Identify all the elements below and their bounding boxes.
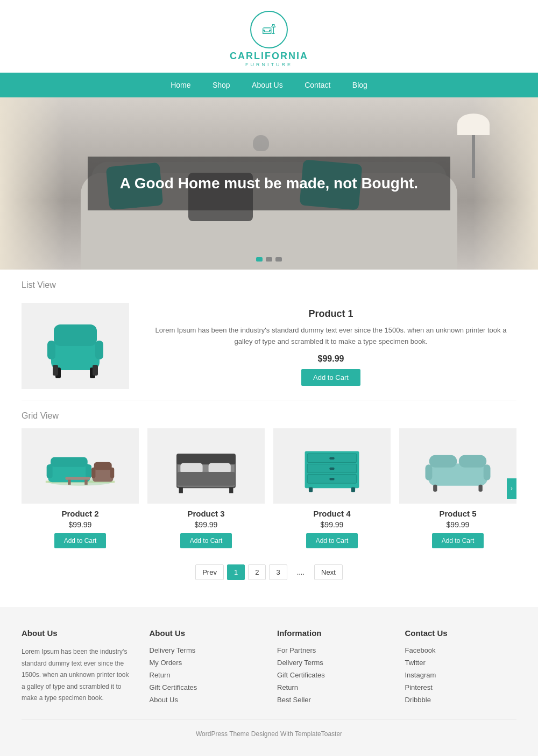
- svg-rect-16: [91, 468, 95, 478]
- footer-about-text: Lorem Ipsum has been the industry's stan…: [22, 646, 133, 704]
- grid-scroll-arrow[interactable]: ›: [507, 478, 516, 499]
- product1-title: Product 1: [145, 308, 516, 320]
- product5-add-to-cart[interactable]: Add to Cart: [432, 533, 484, 548]
- product5-title: Product 5: [399, 509, 516, 518]
- svg-rect-28: [229, 487, 233, 493]
- footer-link-return[interactable]: Return: [150, 671, 261, 679]
- sofa-icon: 🛋: [263, 22, 275, 37]
- footer-link-gift-certs2[interactable]: Gift Certificates: [277, 671, 389, 679]
- svg-rect-6: [53, 365, 58, 376]
- svg-rect-20: [84, 480, 88, 485]
- footer-col-about: About Us Lorem Ipsum has been the indust…: [22, 628, 133, 708]
- footer-contact-title: Contact Us: [405, 628, 517, 638]
- grid-item-4: Product 4 $99.99 Add to Cart: [273, 428, 391, 548]
- dot-1[interactable]: [256, 257, 263, 262]
- footer-links1-title: About Us: [150, 628, 261, 638]
- dot-2[interactable]: [266, 257, 272, 262]
- main-nav: Home Shop About Us Contact Blog: [0, 73, 538, 97]
- site-footer: About Us Lorem Ipsum has been the indust…: [0, 607, 538, 756]
- svg-rect-23: [176, 454, 236, 464]
- product3-add-to-cart[interactable]: Add to Cart: [180, 533, 232, 548]
- nav-contact[interactable]: Contact: [305, 81, 330, 89]
- product1-add-to-cart[interactable]: Add to Cart: [301, 369, 360, 386]
- svg-rect-43: [433, 485, 437, 492]
- product1-desc: Lorem Ipsum has been the industry's stan…: [145, 325, 516, 348]
- footer-link-return2[interactable]: Return: [277, 683, 389, 691]
- footer-link-delivery-terms2[interactable]: Delivery Terms: [277, 659, 389, 667]
- footer-col-info: Information For Partners Delivery Terms …: [277, 628, 389, 708]
- nav-blog[interactable]: Blog: [352, 81, 367, 89]
- footer-link-facebook[interactable]: Facebook: [405, 646, 517, 654]
- svg-rect-44: [479, 485, 483, 492]
- pagination: Prev 1 2 3 .... Next: [22, 564, 516, 580]
- footer-col-contact: Contact Us Facebook Twitter Instagram Pi…: [405, 628, 517, 708]
- svg-rect-3: [95, 341, 103, 359]
- product5-price: $99.99: [399, 520, 516, 529]
- dot-3[interactable]: [275, 257, 282, 262]
- next-page-button[interactable]: Next: [314, 564, 343, 580]
- svg-rect-19: [68, 480, 71, 485]
- nav-about[interactable]: About Us: [252, 81, 283, 89]
- product2-title: Product 2: [22, 509, 139, 518]
- svg-rect-26: [178, 472, 235, 486]
- footer-columns: About Us Lorem Ipsum has been the indust…: [22, 628, 516, 708]
- svg-rect-35: [329, 478, 334, 481]
- footer-link-my-orders[interactable]: My Orders: [150, 659, 261, 667]
- footer-link-for-partners[interactable]: For Partners: [277, 646, 389, 654]
- svg-rect-40: [459, 455, 486, 468]
- footer-link-delivery-terms[interactable]: Delivery Terms: [150, 646, 261, 654]
- brand-name: CARLIFORNIA: [230, 51, 308, 62]
- product3-title: Product 3: [147, 509, 265, 518]
- grid-item-2: Product 2 $99.99 Add to Cart: [22, 428, 139, 548]
- product4-add-to-cart[interactable]: Add to Cart: [306, 533, 358, 548]
- product2-price: $99.99: [22, 520, 139, 529]
- footer-link-pinterest[interactable]: Pinterest: [405, 683, 517, 691]
- list-view-label: List View: [22, 280, 516, 290]
- product2-add-to-cart[interactable]: Add to Cart: [54, 533, 107, 548]
- footer-link-instagram[interactable]: Instagram: [405, 671, 517, 679]
- page-2-button[interactable]: 2: [248, 564, 266, 580]
- footer-link-gift-certs[interactable]: Gift Certificates: [150, 683, 261, 691]
- svg-rect-1: [54, 324, 97, 346]
- product1-price: $99.99: [145, 354, 516, 364]
- list-view-section: List View: [22, 280, 516, 400]
- footer-about-title: About Us: [22, 628, 133, 638]
- hero-dots: [256, 257, 282, 262]
- logo-circle[interactable]: 🛋: [250, 11, 288, 48]
- footer-link-best-seller[interactable]: Best Seller: [277, 696, 389, 704]
- grid-thumb-2: [22, 428, 139, 504]
- footer-bottom-text: WordPress Theme Designed With TemplateTo…: [196, 730, 342, 738]
- svg-rect-13: [86, 464, 91, 478]
- footer-info-title: Information: [277, 628, 389, 638]
- product4-price: $99.99: [273, 520, 391, 529]
- page-1-button[interactable]: 1: [227, 564, 245, 580]
- footer-link-twitter[interactable]: Twitter: [405, 659, 517, 667]
- footer-link-about-us[interactable]: About Us: [150, 696, 261, 704]
- prev-page-button[interactable]: Prev: [195, 564, 224, 580]
- page-3-button[interactable]: 3: [269, 564, 287, 580]
- svg-rect-7: [93, 365, 98, 376]
- nav-shop[interactable]: Shop: [213, 81, 230, 89]
- nav-home[interactable]: Home: [171, 81, 190, 89]
- hero-section: A Good Home must be made, not Bought.: [0, 97, 538, 270]
- chair-image: [38, 311, 113, 381]
- list-item: Product 1 Lorem Ipsum has been the indus…: [22, 298, 516, 400]
- svg-rect-42: [484, 464, 491, 480]
- svg-rect-17: [110, 468, 114, 478]
- grid-thumb-4: [273, 428, 391, 504]
- grid-row: Product 2 $99.99 Add to Cart: [22, 428, 516, 548]
- grid-view-label: Grid View: [22, 411, 516, 421]
- svg-rect-31: [329, 457, 334, 460]
- svg-rect-33: [329, 468, 334, 470]
- svg-rect-2: [47, 341, 55, 359]
- site-header: 🛋 CARLIFORNIA FURNITURE: [0, 0, 538, 73]
- product3-price: $99.99: [147, 520, 265, 529]
- svg-rect-18: [66, 477, 90, 480]
- product4-title: Product 4: [273, 509, 391, 518]
- list-thumb: [22, 303, 129, 389]
- footer-link-dribbble[interactable]: Dribbble: [405, 696, 517, 704]
- grid-thumb-5: [399, 428, 516, 504]
- grid-thumb-3: [147, 428, 265, 504]
- brand-sub: FURNITURE: [245, 62, 293, 67]
- footer-bottom: WordPress Theme Designed With TemplateTo…: [22, 719, 516, 743]
